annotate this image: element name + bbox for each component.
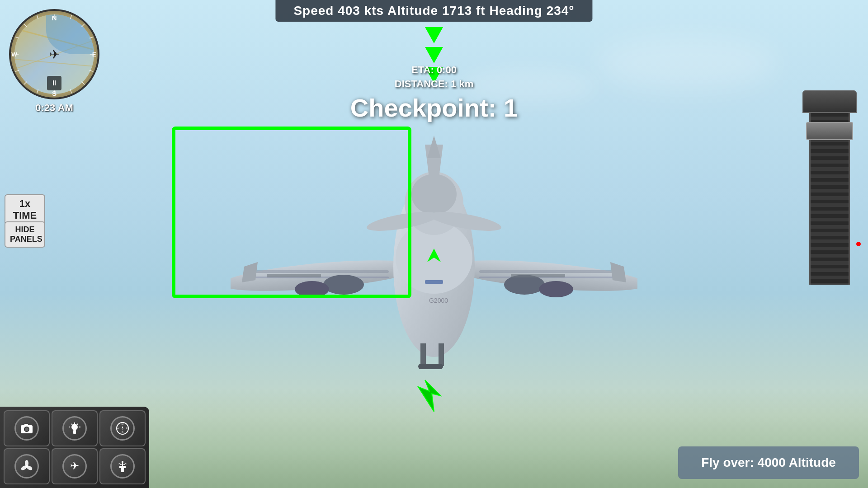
svg-line-13: [71, 89, 72, 94]
svg-line-58: [77, 424, 78, 425]
svg-marker-44: [610, 262, 626, 282]
svg-text:N: N: [52, 14, 57, 22]
cloud-effect: [597, 36, 778, 90]
time-multiplier-label: 1x TIME: [13, 198, 37, 221]
svg-rect-40: [420, 343, 426, 366]
time-multiplier-button[interactable]: 1x TIME: [5, 194, 45, 225]
svg-point-53: [71, 424, 78, 430]
fan-icon: [14, 454, 39, 479]
light-icon: [62, 416, 87, 441]
svg-rect-72: [121, 468, 124, 472]
svg-point-68: [25, 460, 28, 466]
svg-text:G2000: G2000: [429, 297, 448, 304]
svg-rect-47: [425, 280, 443, 284]
bottom-control-panel: N S E W ✈: [0, 407, 149, 488]
fly-over-text: Fly over: 4000 Altitude: [701, 455, 836, 469]
svg-line-6: [90, 37, 94, 38]
svg-line-5: [81, 24, 85, 27]
minimap-container[interactable]: N S E W ✈ ⏸ 0:23 AM: [9, 9, 99, 99]
svg-line-12: [37, 89, 38, 94]
fan-svg: [20, 460, 33, 473]
svg-text:✈: ✈: [70, 460, 79, 472]
throttle-body: [809, 113, 850, 285]
plane-icon: ✈: [62, 454, 87, 479]
throttle-handle[interactable]: [806, 122, 853, 140]
camera-button[interactable]: [4, 410, 50, 446]
plane-svg: ✈: [68, 460, 81, 473]
hide-panels-label: HIDE PANELS: [10, 225, 42, 244]
compass-svg: N S E W: [116, 422, 129, 435]
svg-text:E: E: [92, 51, 96, 58]
waypoint-arrow-2: [425, 47, 443, 63]
svg-line-9: [15, 37, 19, 38]
hide-panels-button[interactable]: HIDE PANELS: [5, 221, 45, 248]
svg-text:W: W: [117, 427, 119, 430]
svg-rect-24: [479, 270, 615, 273]
tower-icon: [110, 454, 135, 479]
throttle-top: [802, 90, 857, 113]
svg-rect-41: [439, 343, 444, 366]
fan-button[interactable]: [4, 448, 50, 484]
svg-text:S: S: [52, 89, 57, 97]
waypoint-arrow-3: [425, 67, 443, 83]
fly-over-instruction: Fly over: 4000 Altitude: [678, 446, 859, 479]
svg-line-8: [24, 24, 27, 27]
camera-svg: [20, 422, 33, 435]
svg-text:N: N: [122, 423, 123, 426]
tower-svg: [116, 460, 129, 473]
svg-rect-52: [24, 424, 28, 426]
svg-text:S: S: [122, 431, 123, 433]
light-svg: [68, 422, 81, 435]
navigation-arrow-bottom: [416, 378, 452, 416]
svg-marker-48: [418, 380, 441, 412]
compass-icon: N S E W: [110, 416, 135, 441]
svg-line-15: [90, 70, 94, 72]
throttle-lever[interactable]: [800, 90, 859, 285]
svg-line-11: [24, 81, 27, 84]
plane-button[interactable]: ✈: [52, 448, 98, 484]
svg-line-7: [37, 15, 38, 19]
camera-icon: [14, 416, 39, 441]
hud-speed: Speed 403 kts Altitude 1713 ft Heading 2…: [293, 4, 574, 18]
light-button[interactable]: [52, 410, 98, 446]
minimap-plane-icon: ✈: [49, 47, 60, 62]
svg-rect-39: [511, 274, 565, 277]
alert-indicator: [856, 242, 861, 246]
compass-button[interactable]: N S E W: [99, 410, 146, 446]
svg-point-75: [122, 461, 123, 463]
svg-rect-73: [119, 466, 126, 468]
svg-line-59: [71, 424, 72, 425]
svg-line-4: [71, 15, 72, 19]
minimap-pause-button[interactable]: ⏸: [47, 76, 61, 90]
waypoint-arrow-1: [425, 27, 443, 43]
waypoint-arrows: [425, 27, 443, 83]
aircraft-bounding-box: [172, 127, 411, 298]
minimap-circle: N S E W ✈ ⏸: [9, 9, 99, 99]
svg-line-14: [81, 81, 85, 84]
svg-rect-42: [418, 364, 443, 369]
svg-rect-54: [73, 430, 76, 434]
top-hud-bar: Speed 403 kts Altitude 1713 ft Heading 2…: [275, 0, 592, 22]
svg-text:E: E: [126, 427, 128, 430]
nav-arrow-svg: [416, 378, 452, 414]
svg-text:W: W: [11, 51, 17, 58]
tower-button[interactable]: [99, 448, 146, 484]
svg-point-51: [25, 427, 28, 431]
svg-point-28: [504, 275, 545, 295]
svg-line-10: [15, 70, 19, 72]
minimap-time: 0:23 AM: [9, 102, 99, 114]
svg-point-29: [539, 281, 573, 297]
